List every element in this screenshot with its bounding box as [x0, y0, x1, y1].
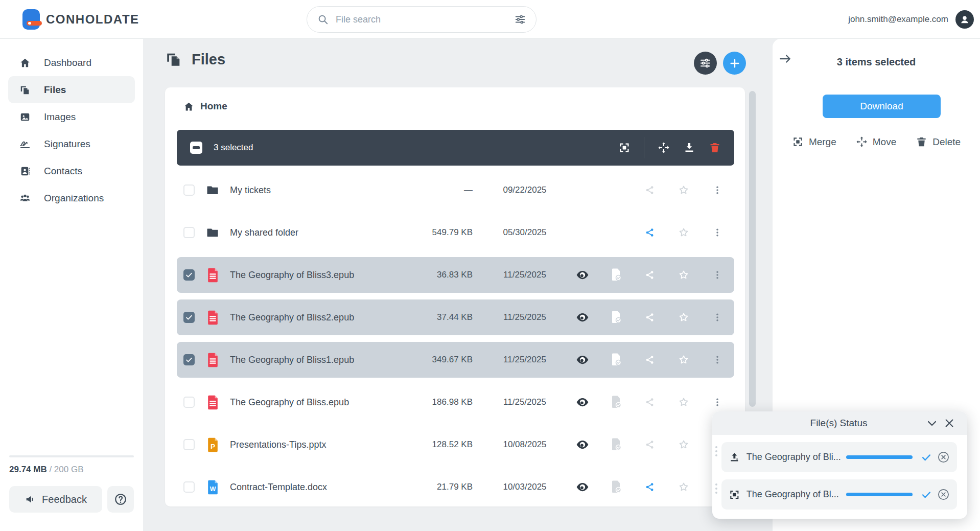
favorite-button[interactable] [667, 184, 701, 196]
pptx-file-icon [206, 437, 219, 452]
sidebar-item-dashboard[interactable]: Dashboard [0, 49, 143, 76]
merge-selected-button[interactable] [618, 142, 631, 154]
megaphone-icon [25, 494, 36, 505]
preview-button[interactable] [566, 480, 599, 494]
row-menu-button[interactable] [701, 355, 734, 365]
share-button[interactable] [633, 482, 667, 492]
table-row[interactable]: The Geography of Bliss1.epub 349.67 KB 1… [177, 342, 734, 378]
search-filter-icon[interactable] [515, 14, 526, 25]
file-name[interactable]: The Geography of Bliss1.epub [224, 355, 423, 365]
file-name[interactable]: My tickets [224, 185, 423, 196]
row-menu-button[interactable] [701, 397, 734, 407]
list-scrollbar[interactable] [749, 91, 756, 407]
feedback-button[interactable]: Feedback [9, 486, 102, 513]
sidebar-item-signatures[interactable]: Signatures [0, 130, 143, 157]
row-menu-button[interactable] [701, 185, 734, 195]
row-checkbox[interactable] [183, 354, 195, 365]
favorite-button[interactable] [667, 269, 701, 281]
file-name[interactable]: The Geography of Bliss3.epub [224, 270, 423, 281]
sidebar-item-files[interactable]: Files [8, 76, 135, 103]
sidebar-item-contacts[interactable]: Contacts [0, 157, 143, 184]
preview-button[interactable] [566, 268, 599, 282]
table-row[interactable]: Presentations-Tips.pptx 128.52 KB 10/08/… [177, 427, 734, 463]
star-icon [678, 439, 689, 450]
file-search-box[interactable] [307, 6, 536, 33]
table-row[interactable]: Contract-Template.docx 21.79 KB 10/03/20… [177, 469, 734, 505]
merge-icon [729, 489, 740, 501]
collapse-panel-button[interactable] [779, 52, 792, 65]
share-button[interactable] [633, 397, 667, 407]
favorite-button[interactable] [667, 312, 701, 323]
row-checkbox[interactable] [183, 481, 195, 493]
sidebar-item-images[interactable]: Images [0, 103, 143, 130]
row-checkbox[interactable] [183, 439, 195, 450]
star-icon [678, 397, 689, 408]
convert-button[interactable] [599, 268, 633, 282]
download-selected-button[interactable] [683, 142, 695, 154]
file-name[interactable]: Contract-Template.docx [224, 482, 423, 493]
delete-selected-button[interactable] [709, 142, 721, 154]
file-size: — [423, 185, 484, 195]
file-check-icon [610, 480, 622, 494]
move-action[interactable]: Move [856, 136, 896, 148]
delete-action[interactable]: Delete [916, 136, 961, 148]
row-checkbox[interactable] [183, 269, 195, 281]
favorite-button[interactable] [667, 227, 701, 238]
file-name[interactable]: The Geography of Bliss2.epub [224, 312, 423, 323]
row-menu-button[interactable] [701, 312, 734, 322]
row-menu-button[interactable] [701, 227, 734, 238]
file-name[interactable]: My shared folder [224, 227, 423, 238]
download-button[interactable]: Download [823, 95, 941, 118]
files-icon [19, 84, 31, 96]
drag-handle[interactable] [715, 446, 717, 448]
favorite-button[interactable] [667, 354, 701, 365]
dismiss-status-button[interactable] [937, 488, 950, 501]
drag-handle[interactable] [715, 483, 717, 486]
share-button[interactable] [633, 312, 667, 322]
add-button[interactable] [723, 52, 746, 75]
table-row[interactable]: The Geography of Bliss2.epub 37.44 KB 11… [177, 299, 734, 335]
share-button[interactable] [633, 185, 667, 195]
row-menu-button[interactable] [701, 270, 734, 280]
table-row[interactable]: My shared folder 549.79 KB 05/30/2025 [177, 215, 734, 250]
row-checkbox[interactable] [183, 312, 195, 323]
filter-button[interactable] [694, 52, 717, 75]
preview-button[interactable] [566, 396, 599, 409]
brand-logo[interactable]: CONHOLDATE [22, 9, 139, 30]
select-all-checkbox[interactable] [190, 142, 202, 154]
popup-minimize-button[interactable] [923, 414, 941, 432]
help-button[interactable] [107, 486, 134, 513]
table-row[interactable]: My tickets — 09/22/2025 [177, 172, 734, 208]
file-date: 11/25/2025 [484, 397, 566, 407]
table-row[interactable]: The Geography of Bliss.epub 186.98 KB 11… [177, 384, 734, 420]
favorite-button[interactable] [667, 439, 701, 450]
favorite-button[interactable] [667, 397, 701, 408]
convert-button[interactable] [599, 396, 633, 409]
convert-button[interactable] [599, 353, 633, 366]
share-button[interactable] [633, 355, 667, 365]
convert-button[interactable] [599, 480, 633, 494]
favorite-button[interactable] [667, 481, 701, 493]
convert-button[interactable] [599, 438, 633, 451]
dismiss-status-button[interactable] [937, 451, 950, 464]
search-input[interactable] [336, 14, 515, 25]
breadcrumb-home[interactable]: Home [183, 101, 227, 112]
preview-button[interactable] [566, 438, 599, 451]
file-name[interactable]: The Geography of Bliss.epub [224, 397, 423, 408]
file-name[interactable]: Presentations-Tips.pptx [224, 440, 423, 450]
move-selected-button[interactable] [658, 142, 670, 154]
row-checkbox[interactable] [183, 397, 195, 408]
share-button[interactable] [633, 270, 667, 280]
convert-button[interactable] [599, 311, 633, 324]
preview-button[interactable] [566, 353, 599, 366]
preview-button[interactable] [566, 311, 599, 324]
row-checkbox[interactable] [183, 227, 195, 238]
sidebar-item-organizations[interactable]: Organizations [0, 184, 143, 212]
row-checkbox[interactable] [183, 184, 195, 196]
user-avatar[interactable] [955, 10, 974, 29]
merge-action[interactable]: Merge [792, 136, 836, 148]
popup-close-button[interactable] [941, 414, 958, 432]
table-row[interactable]: The Geography of Bliss3.epub 36.83 KB 11… [177, 257, 734, 293]
share-button[interactable] [633, 440, 667, 450]
share-button[interactable] [633, 227, 667, 238]
